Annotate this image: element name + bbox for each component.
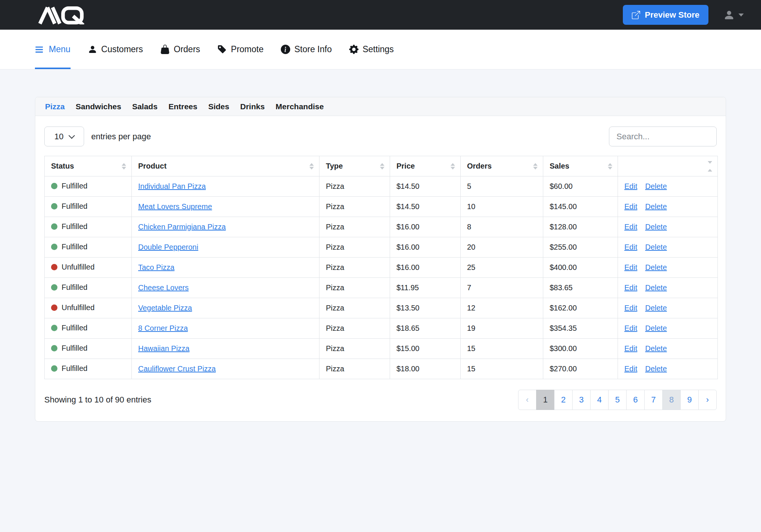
user-menu-button[interactable] (723, 9, 744, 21)
edit-link[interactable]: Edit (624, 365, 637, 373)
product-link[interactable]: Chicken Parmigiana Pizza (138, 223, 226, 231)
edit-link[interactable]: Edit (624, 283, 637, 292)
nav-item-label: Promote (231, 44, 264, 54)
column-header-type[interactable]: Type (319, 156, 390, 176)
preview-store-button[interactable]: Preview Store (623, 5, 708, 25)
column-header-product[interactable]: Product (132, 156, 319, 176)
price-cell: $16.00 (390, 217, 461, 237)
tab-sandwiches[interactable]: Sandwiches (76, 102, 121, 111)
table-row: FulfilledCauliflower Crust PizzaPizza$18… (45, 359, 718, 379)
delete-link[interactable]: Delete (645, 223, 667, 231)
edit-link[interactable]: Edit (624, 202, 637, 211)
column-header-actions[interactable] (618, 156, 718, 176)
nav-item-label: Menu (49, 44, 71, 54)
page-2[interactable]: 2 (554, 390, 573, 410)
column-header-orders[interactable]: Orders (461, 156, 543, 176)
entries-per-page-value: 10 (54, 132, 63, 142)
page-5[interactable]: 5 (608, 390, 627, 410)
user-icon (723, 9, 735, 21)
table-row: FulfilledMeat Lovers SupremePizza$14.501… (45, 197, 718, 217)
table-footer: Showing 1 to 10 of 90 entries ‹123456789… (44, 379, 717, 421)
tab-merchandise[interactable]: Merchandise (276, 102, 324, 111)
delete-link[interactable]: Delete (645, 283, 667, 292)
page-next[interactable]: › (698, 390, 717, 410)
price-cell: $18.00 (390, 359, 461, 379)
column-label: Orders (467, 162, 492, 170)
product-link[interactable]: Double Pepperoni (138, 243, 198, 251)
delete-link[interactable]: Delete (645, 365, 667, 373)
delete-link[interactable]: Delete (645, 344, 667, 353)
sort-icon (533, 163, 538, 169)
nav-item-settings[interactable]: Settings (349, 30, 394, 69)
price-cell: $11.95 (390, 278, 461, 298)
price-cell: $16.00 (390, 237, 461, 258)
status-dot-icon (51, 345, 57, 351)
product-link[interactable]: Individual Pan Pizza (138, 182, 206, 190)
page-prev[interactable]: ‹ (518, 390, 536, 410)
product-link[interactable]: Hawaiian Pizza (138, 344, 190, 353)
app-logo[interactable] (34, 6, 90, 24)
edit-link[interactable]: Edit (624, 223, 637, 231)
nav-item-menu[interactable]: Menu (35, 30, 71, 69)
sales-cell: $145.00 (543, 197, 618, 217)
product-link[interactable]: Vegetable Pizza (138, 304, 192, 312)
edit-link[interactable]: Edit (624, 324, 637, 332)
page-1[interactable]: 1 (536, 390, 555, 410)
nav-item-store-info[interactable]: Store Info (281, 30, 332, 69)
type-cell: Pizza (319, 318, 390, 339)
product-link[interactable]: Meat Lovers Supreme (138, 202, 212, 211)
type-cell: Pizza (319, 258, 390, 278)
product-link[interactable]: Taco Pizza (138, 263, 175, 271)
nav-item-orders[interactable]: Orders (160, 30, 200, 69)
table-header-row: StatusProductTypePriceOrdersSales (45, 156, 718, 176)
table-row: FulfilledDouble PepperoniPizza$16.0020$2… (45, 237, 718, 258)
table-row: FulfilledIndividual Pan PizzaPizza$14.50… (45, 176, 718, 197)
nav-item-label: Orders (174, 44, 200, 54)
tab-entrees[interactable]: Entrees (169, 102, 197, 111)
delete-link[interactable]: Delete (645, 263, 667, 271)
page-6[interactable]: 6 (626, 390, 645, 410)
type-cell: Pizza (319, 217, 390, 237)
search-input[interactable] (609, 127, 717, 146)
tab-drinks[interactable]: Drinks (240, 102, 265, 111)
page-8[interactable]: 8 (662, 390, 681, 410)
tab-salads[interactable]: Salads (132, 102, 158, 111)
edit-link[interactable]: Edit (624, 182, 637, 190)
edit-link[interactable]: Edit (624, 263, 637, 271)
type-cell: Pizza (319, 359, 390, 379)
edit-link[interactable]: Edit (624, 304, 637, 312)
menu-card: PizzaSandwichesSaladsEntreesSidesDrinksM… (35, 97, 726, 422)
table-row: FulfilledHawaiian PizzaPizza$15.0015$300… (45, 339, 718, 359)
delete-link[interactable]: Delete (645, 304, 667, 312)
product-link[interactable]: Cheese Lovers (138, 283, 189, 292)
delete-link[interactable]: Delete (645, 243, 667, 251)
tab-pizza[interactable]: Pizza (45, 102, 65, 111)
product-link[interactable]: Cauliflower Crust Pizza (138, 365, 216, 373)
entries-per-page-select[interactable]: 10 (44, 127, 84, 146)
edit-link[interactable]: Edit (624, 344, 637, 353)
nav-item-customers[interactable]: Customers (88, 30, 143, 69)
delete-link[interactable]: Delete (645, 324, 667, 332)
page-4[interactable]: 4 (590, 390, 609, 410)
delete-link[interactable]: Delete (645, 182, 667, 190)
column-header-sales[interactable]: Sales (543, 156, 618, 176)
column-label: Sales (550, 162, 569, 170)
status-badge: Fulfilled (51, 364, 87, 373)
page-7[interactable]: 7 (644, 390, 663, 410)
status-dot-icon (51, 244, 57, 250)
column-label: Status (51, 162, 74, 170)
product-link[interactable]: 8 Corner Pizza (138, 324, 188, 332)
page-3[interactable]: 3 (572, 390, 591, 410)
orders-cell: 19 (461, 318, 543, 339)
status-badge: Fulfilled (51, 202, 87, 211)
column-header-status[interactable]: Status (45, 156, 132, 176)
products-table: StatusProductTypePriceOrdersSales Fulfil… (44, 156, 718, 379)
column-header-price[interactable]: Price (390, 156, 461, 176)
nav-item-promote[interactable]: Promote (217, 30, 264, 69)
tab-sides[interactable]: Sides (208, 102, 229, 111)
status-dot-icon (51, 183, 57, 189)
edit-link[interactable]: Edit (624, 243, 637, 251)
page-9[interactable]: 9 (680, 390, 699, 410)
price-cell: $13.50 (390, 298, 461, 318)
delete-link[interactable]: Delete (645, 202, 667, 211)
